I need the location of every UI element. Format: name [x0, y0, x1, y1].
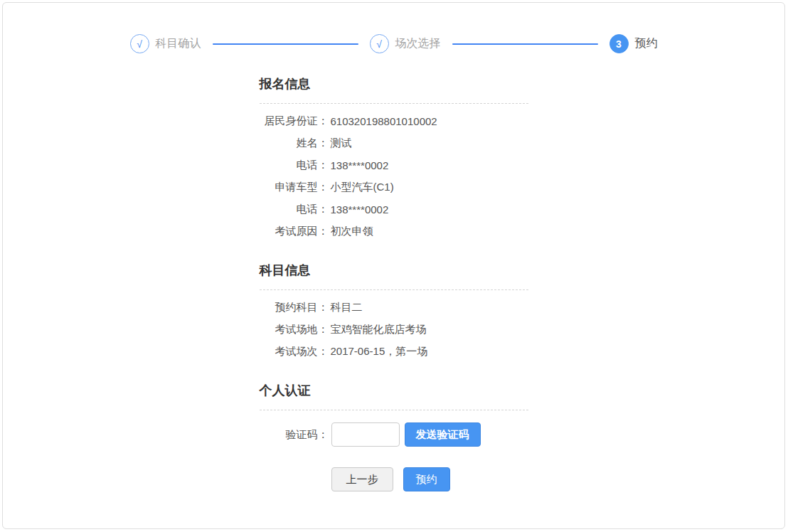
info-label: 电话：: [260, 203, 329, 216]
check-icon: √: [370, 34, 389, 53]
wizard-stepper: √ 科目确认 √ 场次选择 3 预约: [3, 3, 784, 53]
info-value: 138****0002: [331, 203, 389, 216]
appointment-page: √ 科目确认 √ 场次选择 3 预约 报名信息 居民身份证： 610320198…: [2, 2, 785, 529]
bottom-actions: 上一步 预约: [331, 467, 528, 491]
step-subject-confirm-label: 科目确认: [156, 36, 201, 51]
subject-info-title: 科目信息: [260, 262, 528, 290]
registration-info-section: 报名信息 居民身份证： 610320198801010002 姓名： 测试 电话…: [260, 75, 528, 243]
info-label: 考试场次：: [260, 345, 329, 358]
info-row-name: 姓名： 测试: [260, 132, 528, 154]
info-value: 2017-06-15，第一场: [331, 345, 428, 358]
subject-info-rows: 预约科目： 科目二 考试场地： 宝鸡智能化底店考场 考试场次： 2017-06-…: [260, 290, 528, 363]
info-row-exam-site: 考试场地： 宝鸡智能化底店考场: [260, 319, 528, 341]
personal-verification-title: 个人认证: [260, 382, 528, 410]
personal-verification-section: 个人认证 验证码： 发送验证码: [260, 382, 528, 447]
info-label: 姓名：: [260, 137, 329, 150]
info-label: 电话：: [260, 159, 329, 172]
info-label: 考试场地：: [260, 323, 329, 336]
step-session-select: √ 场次选择: [370, 34, 441, 53]
registration-info-rows: 居民身份证： 610320198801010002 姓名： 测试 电话： 138…: [260, 104, 528, 243]
registration-info-title: 报名信息: [260, 75, 528, 104]
verification-code-label: 验证码：: [260, 428, 329, 442]
verification-code-row: 验证码： 发送验证码: [260, 410, 528, 447]
content-column: 报名信息 居民身份证： 610320198801010002 姓名： 测试 电话…: [260, 75, 528, 491]
info-row-exam-session: 考试场次： 2017-06-15，第一场: [260, 341, 528, 363]
step-appointment-label: 预约: [635, 36, 658, 51]
subject-info-section: 科目信息 预约科目： 科目二 考试场地： 宝鸡智能化底店考场 考试场次： 201…: [260, 262, 528, 363]
stepper-connector-line: [452, 43, 598, 45]
info-label: 申请车型：: [260, 181, 329, 194]
check-icon: √: [130, 34, 149, 53]
info-value: 小型汽车(C1): [331, 181, 394, 194]
info-label: 居民身份证：: [260, 115, 329, 128]
step-subject-confirm: √ 科目确认: [130, 34, 201, 53]
info-row-exam-reason: 考试原因： 初次申领: [260, 220, 528, 243]
verification-code-input[interactable]: [331, 422, 400, 447]
info-value: 初次申领: [331, 225, 373, 238]
info-value: 138****0002: [331, 159, 389, 171]
info-label: 预约科目：: [260, 301, 329, 314]
info-row-vehicle-type: 申请车型： 小型汽车(C1): [260, 176, 528, 198]
step-session-select-label: 场次选择: [395, 36, 441, 51]
previous-step-button[interactable]: 上一步: [331, 467, 393, 491]
info-value: 610320198801010002: [331, 115, 437, 127]
info-value: 科目二: [331, 301, 363, 314]
stepper-connector-line: [213, 43, 358, 45]
step-number-badge: 3: [609, 34, 629, 53]
info-row-phone-2: 电话： 138****0002: [260, 198, 528, 220]
info-value: 测试: [331, 137, 352, 150]
step-appointment: 3 预约: [609, 34, 658, 53]
send-code-button[interactable]: 发送验证码: [405, 422, 481, 447]
info-value: 宝鸡智能化底店考场: [331, 323, 427, 336]
info-row-id-number: 居民身份证： 610320198801010002: [260, 110, 528, 132]
info-row-phone: 电话： 138****0002: [260, 154, 528, 176]
book-appointment-button[interactable]: 预约: [403, 467, 450, 491]
info-row-booked-subject: 预约科目： 科目二: [260, 297, 528, 319]
info-label: 考试原因：: [260, 225, 329, 238]
